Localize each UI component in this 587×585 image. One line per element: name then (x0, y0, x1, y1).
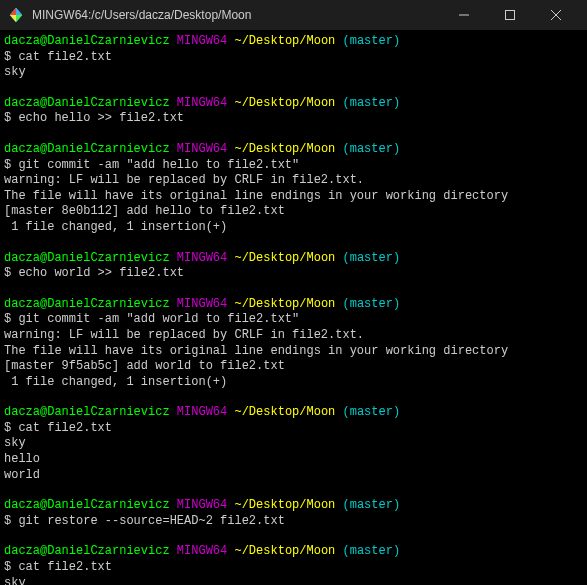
prompt-user: dacza@DanielCzarnievicz (4, 34, 170, 48)
prompt-branch: (master) (343, 498, 401, 512)
output-line: sky (4, 436, 583, 452)
output-line: warning: LF will be replaced by CRLF in … (4, 173, 583, 189)
prompt-line: dacza@DanielCzarnievicz MINGW64 ~/Deskto… (4, 251, 583, 267)
blank-line (4, 529, 583, 544)
prompt-path: ~/Desktop/Moon (234, 96, 335, 110)
svg-marker-4 (16, 15, 22, 22)
prompt-host: MINGW64 (177, 544, 227, 558)
command-line: $ git commit -am "add world to file2.txt… (4, 312, 583, 328)
terminal-body[interactable]: dacza@DanielCzarnievicz MINGW64 ~/Deskto… (0, 30, 587, 585)
prompt-user: dacza@DanielCzarnievicz (4, 405, 170, 419)
maximize-button[interactable] (487, 0, 533, 30)
command-line: $ cat file2.txt (4, 421, 583, 437)
prompt-path: ~/Desktop/Moon (234, 297, 335, 311)
output-line: The file will have its original line end… (4, 344, 583, 360)
prompt-user: dacza@DanielCzarnievicz (4, 297, 170, 311)
prompt-branch: (master) (343, 34, 401, 48)
titlebar[interactable]: MINGW64:/c/Users/dacza/Desktop/Moon (0, 0, 587, 30)
output-line: sky (4, 65, 583, 81)
command-line: $ cat file2.txt (4, 50, 583, 66)
output-line: world (4, 468, 583, 484)
prompt-path: ~/Desktop/Moon (234, 544, 335, 558)
svg-marker-3 (10, 15, 16, 22)
prompt-line: dacza@DanielCzarnievicz MINGW64 ~/Deskto… (4, 544, 583, 560)
blank-line (4, 483, 583, 498)
prompt-host: MINGW64 (177, 96, 227, 110)
command-line: $ git restore --source=HEAD~2 file2.txt (4, 514, 583, 530)
prompt-branch: (master) (343, 405, 401, 419)
output-line: [master 9f5ab5c] add world to file2.txt (4, 359, 583, 375)
prompt-line: dacza@DanielCzarnievicz MINGW64 ~/Deskto… (4, 96, 583, 112)
prompt-host: MINGW64 (177, 405, 227, 419)
minimize-button[interactable] (441, 0, 487, 30)
prompt-line: dacza@DanielCzarnievicz MINGW64 ~/Deskto… (4, 297, 583, 313)
command-line: $ echo world >> file2.txt (4, 266, 583, 282)
prompt-line: dacza@DanielCzarnievicz MINGW64 ~/Deskto… (4, 498, 583, 514)
prompt-user: dacza@DanielCzarnievicz (4, 544, 170, 558)
prompt-branch: (master) (343, 251, 401, 265)
output-line: hello (4, 452, 583, 468)
blank-line (4, 236, 583, 251)
prompt-user: dacza@DanielCzarnievicz (4, 498, 170, 512)
prompt-user: dacza@DanielCzarnievicz (4, 142, 170, 156)
close-button[interactable] (533, 0, 579, 30)
output-line: warning: LF will be replaced by CRLF in … (4, 328, 583, 344)
prompt-host: MINGW64 (177, 251, 227, 265)
prompt-path: ~/Desktop/Moon (234, 34, 335, 48)
prompt-host: MINGW64 (177, 498, 227, 512)
prompt-user: dacza@DanielCzarnievicz (4, 251, 170, 265)
blank-line (4, 282, 583, 297)
window-title: MINGW64:/c/Users/dacza/Desktop/Moon (32, 8, 441, 22)
blank-line (4, 81, 583, 96)
prompt-branch: (master) (343, 544, 401, 558)
prompt-user: dacza@DanielCzarnievicz (4, 96, 170, 110)
output-line: 1 file changed, 1 insertion(+) (4, 220, 583, 236)
prompt-branch: (master) (343, 142, 401, 156)
output-line: [master 8e0b112] add hello to file2.txt (4, 204, 583, 220)
prompt-path: ~/Desktop/Moon (234, 142, 335, 156)
output-line: The file will have its original line end… (4, 189, 583, 205)
output-line: 1 file changed, 1 insertion(+) (4, 375, 583, 391)
app-icon (8, 7, 24, 23)
prompt-host: MINGW64 (177, 34, 227, 48)
command-line: $ echo hello >> file2.txt (4, 111, 583, 127)
prompt-host: MINGW64 (177, 297, 227, 311)
prompt-line: dacza@DanielCzarnievicz MINGW64 ~/Deskto… (4, 142, 583, 158)
window-controls (441, 0, 579, 30)
prompt-path: ~/Desktop/Moon (234, 498, 335, 512)
prompt-line: dacza@DanielCzarnievicz MINGW64 ~/Deskto… (4, 405, 583, 421)
terminal-window: MINGW64:/c/Users/dacza/Desktop/Moon dacz… (0, 0, 587, 585)
command-line: $ git commit -am "add hello to file2.txt… (4, 158, 583, 174)
blank-line (4, 390, 583, 405)
output-line: sky (4, 576, 583, 585)
command-line: $ cat file2.txt (4, 560, 583, 576)
prompt-host: MINGW64 (177, 142, 227, 156)
blank-line (4, 127, 583, 142)
prompt-branch: (master) (343, 96, 401, 110)
prompt-path: ~/Desktop/Moon (234, 405, 335, 419)
prompt-path: ~/Desktop/Moon (234, 251, 335, 265)
prompt-branch: (master) (343, 297, 401, 311)
prompt-line: dacza@DanielCzarnievicz MINGW64 ~/Deskto… (4, 34, 583, 50)
svg-rect-6 (506, 11, 515, 20)
